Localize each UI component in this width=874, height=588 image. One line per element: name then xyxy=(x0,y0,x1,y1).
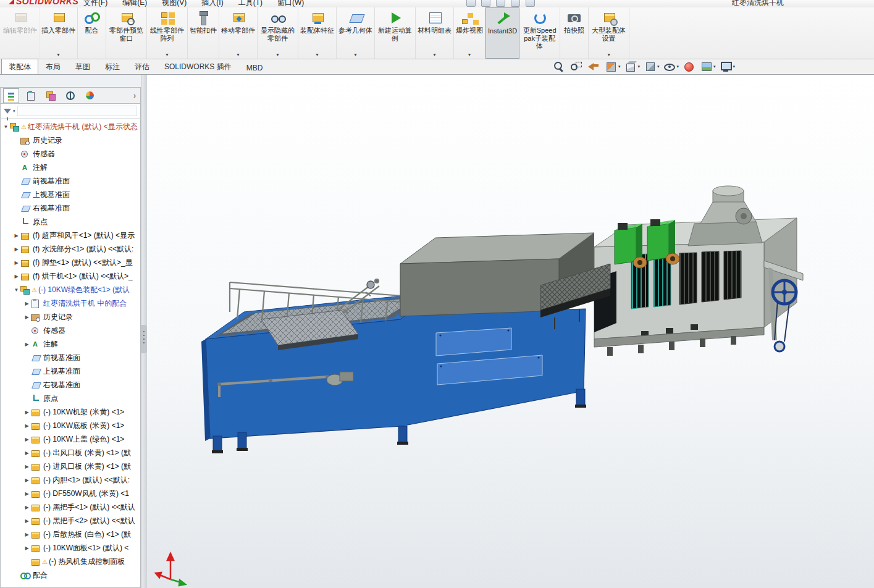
featuremanager-t​ab[interactable] xyxy=(3,88,19,103)
command-tab[interactable]: 装配体 xyxy=(1,59,38,74)
tree-item[interactable]: ▶ (-) 内胆<1> (默认) <<默认: xyxy=(1,473,140,487)
print-icon[interactable] xyxy=(481,0,490,7)
view-settings-button[interactable]: ▾ xyxy=(718,61,736,73)
command-tab[interactable]: 草图 xyxy=(68,59,98,74)
ribbon-button[interactable]: 大型装配体设置 ▼ xyxy=(589,7,629,59)
tree-item[interactable]: ▼ ⚠ (-) 10KW绿色装配<1> (默认 xyxy=(1,283,140,296)
tree-item[interactable]: ▶ (-) 出风口板 (米黄) <1> (默 xyxy=(1,446,140,460)
ribbon-button[interactable]: 零部件预览窗口 xyxy=(106,7,147,59)
expand-arrow[interactable]: ▼ xyxy=(2,124,9,130)
expand-arrow[interactable]: ▶ xyxy=(23,450,30,456)
expand-arrow[interactable]: ▶ xyxy=(23,423,30,429)
command-tab[interactable]: 标注 xyxy=(98,59,127,74)
expand-arrow[interactable]: ▶ xyxy=(23,342,30,347)
expand-arrow[interactable]: ▶ xyxy=(13,260,20,266)
expand-arrow[interactable]: ▶ xyxy=(23,410,30,415)
edit-appearance-button[interactable] xyxy=(681,61,697,73)
ribbon-button[interactable]: 配合 xyxy=(78,7,106,59)
propertymanager-tab[interactable] xyxy=(23,88,39,103)
tree-item[interactable]: 右视基准面 xyxy=(1,201,140,215)
tree-item[interactable]: 传感器 xyxy=(1,147,140,161)
ribbon-button[interactable]: 线性零部件阵列 ▼ xyxy=(147,7,188,59)
tree-item[interactable]: 前视基准面 xyxy=(1,351,140,364)
tree-item[interactable]: 原点 xyxy=(1,215,140,229)
tree-item[interactable]: 前视基准面 xyxy=(1,174,140,188)
expand-arrow[interactable]: ▶ xyxy=(23,314,30,320)
tree-item[interactable]: ▶ (-) DF550W风机 (米黄) <1 xyxy=(1,487,140,500)
tree-item[interactable]: 原点 xyxy=(1,392,140,405)
tree-item[interactable]: ▶ (-) 10KW机架 (米黄) <1> xyxy=(1,405,140,419)
zoom-area-button[interactable] xyxy=(569,61,584,73)
ribbon-button[interactable]: 装配体特征 ▼ xyxy=(298,7,337,59)
filter-caret-icon[interactable]: ▾ xyxy=(13,109,15,114)
panel-flyout-arrow[interactable]: › xyxy=(132,91,138,100)
expand-arrow[interactable]: ▶ xyxy=(23,532,30,537)
tree-item[interactable]: ▶ 注解 xyxy=(1,337,140,351)
tree-item[interactable]: ▶ 历史记录 xyxy=(1,310,140,324)
rebuild-icon[interactable] xyxy=(511,0,520,7)
zoom-to-fit-button[interactable] xyxy=(552,61,567,73)
tree-item[interactable]: ▶ (-) 进风口板 (米黄) <1> (默 xyxy=(1,460,140,473)
ribbon-button[interactable]: 插入零部件 ▼ xyxy=(40,7,78,59)
displaymanager-tab[interactable] xyxy=(82,88,98,103)
tree-item[interactable]: ▶ (-) 10KW上盖 (绿色) <1> xyxy=(1,432,140,446)
tree-item[interactable]: ▼ ⚠ 红枣清洗烘干机 (默认) <显示状态 xyxy=(1,120,140,133)
tree-item[interactable]: 历史记录 xyxy=(1,133,140,147)
ribbon-button[interactable]: 显示隐藏的零部件 ▼ xyxy=(258,7,298,59)
ribbon-button[interactable]: Instant3D xyxy=(485,7,519,59)
tree-item[interactable]: ▶ (-) 黑把手<1> (默认) <<默认 xyxy=(1,500,140,514)
ribbon-button[interactable]: 智能扣件 xyxy=(188,7,219,59)
ribbon-button[interactable]: 编辑零部件 xyxy=(1,7,40,59)
ribbon-button[interactable]: 材料明细表 ▼ xyxy=(416,7,454,59)
tree-item[interactable]: ▶ (-) 黑把手<2> (默认) <<默认 xyxy=(1,514,140,527)
expand-arrow[interactable]: ▶ xyxy=(23,301,30,306)
expand-arrow[interactable]: ▶ xyxy=(23,505,30,510)
command-tab[interactable]: 布局 xyxy=(38,59,68,74)
expand-arrow[interactable]: ▼ xyxy=(13,287,20,293)
washing-section-model[interactable] xyxy=(201,292,586,453)
expand-arrow[interactable]: ▶ xyxy=(23,437,30,442)
graphics-viewport[interactable] xyxy=(147,75,874,588)
expand-arrow[interactable]: ▶ xyxy=(23,518,30,524)
dimxpertmanager-tab[interactable] xyxy=(62,88,78,103)
expand-arrow[interactable]: ▶ xyxy=(23,464,30,469)
tree-item[interactable]: 注解 xyxy=(1,161,140,174)
assembly-3d-model[interactable] xyxy=(147,75,874,588)
apply-scene-button[interactable]: ▾ xyxy=(699,61,716,73)
filter-input[interactable] xyxy=(17,106,137,116)
tree-item[interactable]: ▶ (-) 10KW底板 (米黄) <1> xyxy=(1,419,140,432)
expand-arrow[interactable]: ▶ xyxy=(23,477,30,483)
expand-arrow[interactable]: ▶ xyxy=(13,274,20,279)
hide-show-items-button[interactable]: ▾ xyxy=(662,61,680,73)
tree-item[interactable]: 配合 xyxy=(1,568,140,582)
command-tab[interactable]: MBD xyxy=(239,61,271,74)
display-style-button[interactable]: ▾ xyxy=(642,61,660,73)
tree-item[interactable]: ▶ (f) 烘干机<1> (默认) <<默认>_ xyxy=(1,269,140,283)
command-tab[interactable]: SOLIDWORKS 插件 xyxy=(157,59,239,74)
ribbon-button[interactable]: 拍快照 xyxy=(560,7,589,59)
tree-item[interactable]: ▶ (f) 水洗部分<1> (默认) <<默认: xyxy=(1,242,140,256)
view-orientation-button[interactable]: ▾ xyxy=(623,61,641,73)
filter-funnel-icon[interactable] xyxy=(4,109,11,114)
ribbon-button[interactable]: 更新Speedpak子装配体 xyxy=(519,7,560,59)
expand-arrow[interactable]: ▶ xyxy=(23,491,30,497)
expand-arrow[interactable]: ▶ xyxy=(23,545,30,551)
ribbon-button[interactable]: 爆炸视图 ▼ xyxy=(454,7,485,59)
tree-item[interactable]: ▶ (-) 后散热板 (白色) <1> (默 xyxy=(1,527,140,541)
motor-models[interactable] xyxy=(615,219,679,268)
exhaust-fan-model[interactable] xyxy=(688,186,762,246)
tree-item[interactable]: 右视基准面 xyxy=(1,378,140,392)
configurationmanager-tab[interactable] xyxy=(43,88,59,103)
tree-item[interactable]: 传感器 xyxy=(1,324,140,337)
tree-item[interactable]: 上视基准面 xyxy=(1,188,140,201)
ribbon-button[interactable]: 参考几何体 ▼ xyxy=(337,7,375,59)
tree-item[interactable]: ▶ (f) 脚垫<1> (默认) <<默认>_显 xyxy=(1,256,140,269)
command-tab[interactable]: 评估 xyxy=(127,59,157,74)
tree-item[interactable]: ▶ 红枣清洗烘干机 中的配合 xyxy=(1,296,140,310)
options-gear-icon[interactable] xyxy=(526,0,535,7)
expand-arrow[interactable]: ▶ xyxy=(13,246,20,252)
tree-item[interactable]: ⚠ (-) 热风机集成控制面板 xyxy=(1,555,140,568)
tree-item[interactable]: 上视基准面 xyxy=(1,364,140,378)
ribbon-button[interactable]: 移动零部件 ▼ xyxy=(219,7,258,59)
save-icon[interactable] xyxy=(466,0,476,7)
